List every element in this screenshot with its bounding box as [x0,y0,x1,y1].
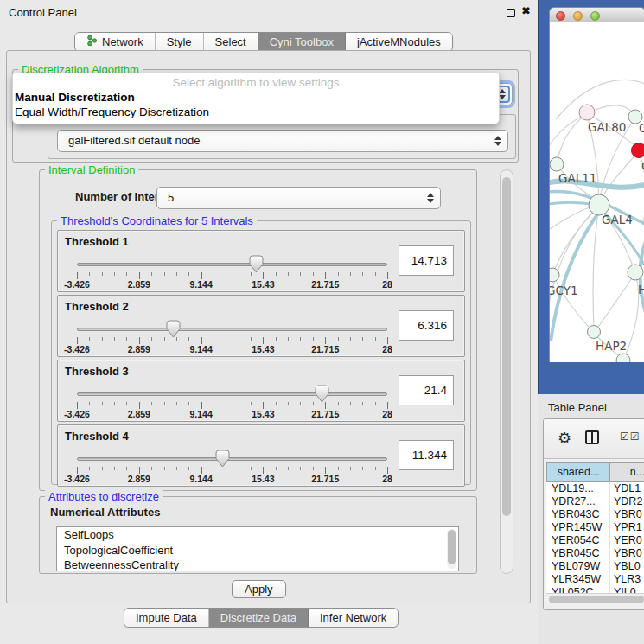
threshold-slider-track[interactable] [77,328,387,331]
cell-name[interactable]: YLR3 [610,573,644,586]
control-panel-titlebar: Control Panel ✖ [0,0,538,24]
numerical-attributes-label: Numerical Attributes [50,506,160,519]
cell-shared-name[interactable]: YBR045C [546,547,610,560]
control-panel: Control Panel ✖ NetworkStyleSelectCyni T… [0,0,538,644]
threshold-slider-track[interactable] [77,457,387,461]
close-traffic-light-icon[interactable] [556,11,565,21]
table-row[interactable]: YLR345WYLR3 [546,573,644,586]
attribute-list-item[interactable]: TopologicalCoefficient [57,543,458,558]
table-hscrollbar[interactable] [546,593,644,604]
network-window-titlebar[interactable] [549,7,644,22]
threshold-slider-thumb[interactable] [215,450,230,468]
threshold-value-field[interactable]: 21.4 [399,375,454,405]
tab-jactivemnodules[interactable]: jActiveMNodules [346,33,452,51]
tab-select[interactable]: Select [204,33,258,51]
network-node-label: GAL4 [602,213,633,226]
threshold-value-field[interactable]: 11.344 [399,440,454,470]
cell-shared-name[interactable]: YBR043C [546,508,610,521]
threshold-value-field[interactable]: 6.316 [399,310,454,341]
table-panel: Table Panel ⚙ ☑☑ shared... n... YDL19...… [538,394,644,644]
table-row[interactable]: YDL19...YDL1 [546,482,644,495]
gear-icon[interactable]: ⚙ [558,429,571,447]
bottom-tab-bar: Impute DataDiscretize DataInfer Network [124,608,399,628]
cell-shared-name[interactable]: YER054C [546,534,610,547]
cell-name[interactable]: YER0 [610,534,644,547]
threshold-slider-track[interactable] [77,392,387,396]
tab-style[interactable]: Style [156,33,204,51]
network-node-green[interactable] [628,265,643,280]
network-node-green[interactable] [550,157,564,171]
tab-impute-data[interactable]: Impute Data [124,609,209,627]
table-header-row: shared... n... [546,462,644,482]
cell-name[interactable]: YPR1 [610,521,644,534]
column-header-shared-name[interactable]: shared... [546,462,610,482]
float-window-icon[interactable] [507,9,515,17]
cell-name[interactable]: YDL1 [610,482,644,495]
column-header-name[interactable]: n... [610,462,644,482]
threshold-panel: Threshold 4 -3.4262.8599.14415.4321.7152… [57,424,465,487]
attributes-scrollbar[interactable] [447,529,456,569]
cell-name[interactable]: YDR2 [610,495,644,508]
cell-name[interactable]: YBL0 [610,560,644,573]
tab-label: Impute Data [136,611,197,624]
threshold-slider-thumb[interactable] [249,255,264,273]
network-node-pink[interactable] [579,105,595,120]
cell-shared-name[interactable]: YLR345W [546,573,610,586]
cell-shared-name[interactable]: YIL052C [546,586,610,593]
select-columns-icon[interactable]: ☑☑ [620,430,641,443]
table-row[interactable]: YBR043CYBR0 [546,508,644,521]
dropdown-option[interactable]: Equal Width/Frequency Discretization [13,105,499,119]
tab-infer-network[interactable]: Infer Network [309,609,398,627]
network-nodes[interactable] [550,105,644,362]
threshold-slider-thumb[interactable] [315,385,329,403]
table-data-combobox[interactable]: galFiltered.sif default node [57,130,508,152]
network-canvas[interactable]: GAL80GACGAL11GAL4GCY1HHAP2 [549,22,644,362]
table-row[interactable]: YPR145WYPR1 [546,521,644,534]
threshold-slider-thumb[interactable] [166,320,181,338]
combobox-stepper-icon[interactable] [426,192,434,204]
cell-shared-name[interactable]: YPR145W [546,521,610,534]
cell-shared-name[interactable]: YBL079W [546,560,610,573]
close-icon[interactable]: ✖ [521,4,531,17]
attributes-group: Attributes to discretize Numerical Attri… [39,496,477,574]
tab-network[interactable]: Network [75,33,156,51]
table-row[interactable]: YDR27...YDR2 [546,495,644,508]
combobox-stepper-icon[interactable] [494,135,501,147]
dropdown-option[interactable]: Manual Discretization [13,90,499,105]
split-columns-icon[interactable] [585,430,599,444]
threshold-value-field[interactable]: 14.713 [399,245,454,276]
cell-shared-name[interactable]: YDL19... [546,482,610,495]
settings-scrollbar-thumb[interactable] [502,177,511,516]
interval-definition-group: Interval Definition Number of Intervals … [39,169,477,491]
network-node-green[interactable] [588,326,601,339]
zoom-traffic-light-icon[interactable] [590,11,600,21]
table-row[interactable]: YBL079WYBL0 [546,560,644,573]
minimize-traffic-light-icon[interactable] [573,11,583,21]
cell-name[interactable]: YBR0 [610,547,644,560]
network-node-label: HAP2 [596,339,627,353]
attribute-list-item[interactable]: SelfLoops [57,527,458,543]
table-row[interactable]: YER054CYER0 [546,534,644,547]
tab-cyni-toolbox[interactable]: Cyni Toolbox [258,33,346,51]
cell-name[interactable]: YBR0 [610,508,644,521]
threshold-label: Threshold 2 [65,300,129,313]
settings-scrollbar[interactable] [500,169,513,574]
threshold-slider-track[interactable] [77,263,387,266]
interval-definition-title: Interval Definition [45,163,138,176]
apply-button[interactable]: Apply [232,580,286,598]
number-of-intervals-combobox[interactable]: 5 [156,187,441,209]
tab-discretize-data[interactable]: Discretize Data [209,609,309,627]
cell-shared-name[interactable]: YDR27... [546,495,610,508]
table-panel-title: Table Panel [548,401,607,414]
numerical-attributes-list[interactable]: SelfLoopsTopologicalCoefficientBetweenne… [56,526,459,571]
table-data-combobox-value: galFiltered.sif default node [68,131,487,151]
table-hscrollbar-thumb[interactable] [549,596,644,603]
network-node-green[interactable] [550,268,559,282]
network-window[interactable]: GAL80GACGAL11GAL4GCY1HHAP2 [549,7,644,362]
table-row[interactable]: YBR045CYBR0 [546,547,644,560]
attribute-list-item[interactable]: BetweennessCentrality [57,558,458,571]
network-node-red[interactable] [632,143,644,158]
table-row[interactable]: YIL052CYIL0 [546,586,644,593]
cell-name[interactable]: YIL0 [610,586,644,593]
number-of-intervals-value: 5 [168,188,419,208]
